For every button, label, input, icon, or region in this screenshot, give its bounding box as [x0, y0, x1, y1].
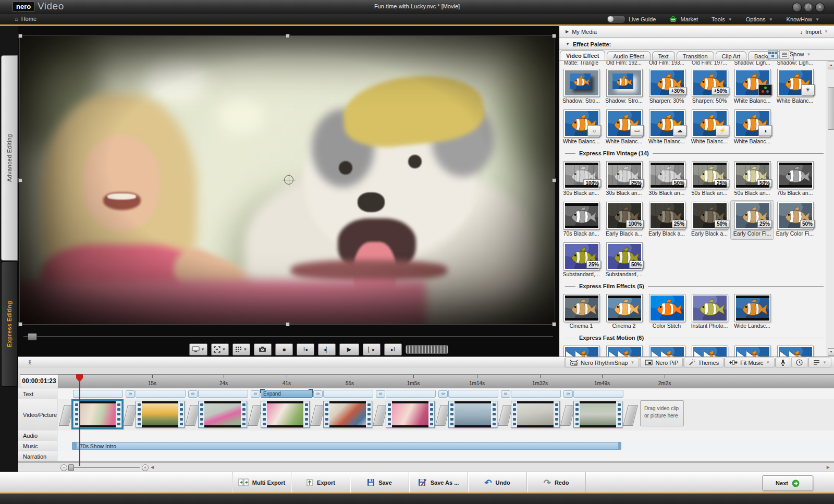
home-button[interactable]: ⌂ Home	[15, 16, 36, 22]
video-clip[interactable]	[261, 401, 310, 428]
nero-rhythmsnap-button[interactable]: Nero RhythmSnap▼	[565, 358, 639, 367]
video-monitor[interactable]	[19, 35, 555, 325]
timeline-options-button[interactable]: ▼	[808, 358, 831, 367]
selection-handle[interactable]	[286, 34, 290, 38]
tab-audio-effect[interactable]: Audio Effect	[607, 51, 650, 61]
nero-pip-button[interactable]: Nero PiP	[640, 358, 682, 367]
close-button[interactable]: ×	[815, 3, 825, 12]
stop-button[interactable]: ■	[275, 343, 293, 355]
video-clip[interactable]	[511, 401, 560, 428]
effect-item-instant-photo[interactable]: Instant Photo...	[688, 293, 731, 331]
effect-item[interactable]	[603, 345, 645, 357]
text-clip[interactable]	[386, 390, 436, 398]
effect-item-sharpen-50[interactable]: +50%Sharpen: 50%	[688, 68, 731, 106]
effect-item-shadow-stro[interactable]: Shadow: Stro...	[603, 68, 645, 106]
link-clips-icon[interactable]: ∞	[501, 390, 510, 398]
selection-handle[interactable]	[18, 322, 22, 326]
drag-clip-placeholder[interactable]: Drag video clip or picture here	[640, 400, 684, 426]
link-clips-icon[interactable]: ∞	[438, 390, 448, 398]
step-back-button[interactable]: ◂▏	[318, 343, 336, 355]
video-clip[interactable]	[73, 401, 122, 428]
scroll-down-icon[interactable]: ▼	[828, 348, 834, 356]
next-button[interactable]: Next	[762, 475, 813, 491]
effect-item-white-balanc[interactable]: ◑White Balanc...	[731, 108, 774, 147]
undo-button[interactable]: ↶Undo	[468, 472, 527, 493]
preview-scrub-handle[interactable]	[28, 333, 37, 340]
selection-handle[interactable]	[552, 322, 556, 326]
effect-item-white-balanc[interactable]: ○White Balanc...	[560, 108, 603, 147]
effect-item-substandard[interactable]: 50%Substandard,...	[603, 241, 645, 280]
restore-button[interactable]: ❒	[804, 3, 813, 12]
video-clip[interactable]	[386, 401, 435, 428]
effect-item-white-balanc[interactable]: White Balanc...	[731, 68, 774, 106]
effect-item-sharpen-30[interactable]: +30%Sharpen: 30%	[645, 68, 688, 106]
link-clips-icon[interactable]: ∞	[251, 390, 260, 398]
duration-button[interactable]	[791, 358, 807, 367]
tab-express-editing[interactable]: Express Editing	[1, 262, 18, 387]
list-view-icon[interactable]	[779, 50, 789, 59]
options-menu[interactable]: Options▼	[746, 16, 773, 22]
effect-item-white-balanc[interactable]: ▭White Balanc...	[603, 108, 645, 147]
effect-item-70s-black-an[interactable]: 70s Black an...	[774, 160, 816, 199]
text-clip[interactable]	[573, 390, 623, 398]
video-clip[interactable]	[573, 401, 622, 428]
timeline-zoom-track[interactable]	[69, 467, 140, 468]
minimize-button[interactable]: –	[792, 3, 802, 12]
collapse-timeline-button[interactable]: ««	[24, 359, 36, 366]
effect-item-early-black-a[interactable]: 25%Early Black a...	[645, 201, 688, 239]
text-clip[interactable]	[73, 390, 123, 398]
effect-item-early-black-a[interactable]: 50%Early Black a...	[688, 201, 731, 239]
scrollbar-thumb[interactable]	[828, 87, 834, 130]
jump-to-end-button[interactable]: ▸I	[384, 343, 402, 355]
effect-item[interactable]	[688, 345, 731, 357]
text-clip-expand[interactable]: Expand	[261, 390, 313, 398]
track-text[interactable]: TextExpand∞∞∞∞∞∞∞∞	[18, 388, 834, 400]
effect-item[interactable]	[560, 345, 603, 357]
effect-item-early-color-fi[interactable]: 50%Early Color Fi...	[774, 201, 816, 239]
transition-placeholder[interactable]	[59, 405, 74, 426]
video-clip[interactable]	[198, 401, 247, 428]
save-as-button[interactable]: Save As ...	[409, 472, 468, 493]
link-clips-icon[interactable]: ∞	[376, 390, 385, 398]
effects-scrollbar[interactable]: ▲ ▼	[827, 61, 834, 357]
selection-handle[interactable]	[18, 178, 22, 182]
effect-item-white-balanc[interactable]: ☁White Balanc...	[645, 108, 688, 147]
import-button[interactable]: ↓ Import ▼	[800, 29, 828, 35]
text-clip[interactable]	[511, 390, 561, 398]
effect-item-50s-black-an[interactable]: 25%50s Black an...	[688, 160, 731, 199]
save-button[interactable]: Save	[350, 472, 409, 493]
effect-item-wide-landsc[interactable]: Wide Landsc...	[731, 293, 774, 331]
display-options-button[interactable]: ▼	[189, 343, 207, 355]
multi-export-button[interactable]: Multi Export	[232, 472, 291, 493]
effect-item[interactable]	[774, 345, 816, 357]
live-guide-toggle[interactable]: Live Guide	[607, 15, 656, 23]
preview-scrub-track[interactable]	[23, 336, 553, 337]
fit-music-button[interactable]: Fit Music▼	[725, 358, 774, 367]
selection-handle[interactable]	[552, 178, 556, 182]
grid-view-icon[interactable]	[768, 50, 778, 59]
step-forward-button[interactable]: ▏▸	[363, 343, 381, 355]
effect-item-30s-black-an[interactable]: 50%30s Black an...	[645, 160, 688, 199]
link-clips-icon[interactable]: ∞	[126, 390, 135, 398]
export-button[interactable]: Export	[291, 472, 350, 493]
show-dropdown[interactable]: Show▼	[790, 51, 811, 57]
text-clip[interactable]	[198, 390, 248, 398]
video-clip[interactable]	[448, 401, 497, 428]
track-narration[interactable]: Narration	[18, 451, 834, 462]
play-button[interactable]: ▶	[339, 343, 359, 355]
transition-placeholder[interactable]	[623, 405, 638, 426]
link-clips-icon[interactable]: ∞	[313, 390, 323, 398]
themes-button[interactable]: Themes	[684, 358, 723, 367]
view-mode-button[interactable]: ▼	[211, 343, 229, 355]
effect-item-substandard[interactable]: 25%Substandard,...	[560, 241, 603, 280]
effect-item-white-balanc[interactable]: ☀White Balanc...	[774, 68, 816, 106]
effect-item-early-color-fi[interactable]: 25%Early Color Fi...	[731, 201, 774, 239]
effect-item-early-black-a[interactable]: 100%Early Black a...	[603, 201, 645, 239]
link-clips-icon[interactable]: ∞	[563, 390, 573, 398]
selection-handle[interactable]	[552, 34, 556, 38]
selection-handle[interactable]	[18, 34, 22, 38]
effect-item-cinema-1[interactable]: Cinema 1	[560, 293, 603, 331]
scroll-up-icon[interactable]: ▲	[828, 62, 834, 69]
track-video-picture[interactable]: Video/PictureDrag video clip or picture …	[18, 399, 834, 431]
jog-shuttle[interactable]	[406, 345, 448, 354]
